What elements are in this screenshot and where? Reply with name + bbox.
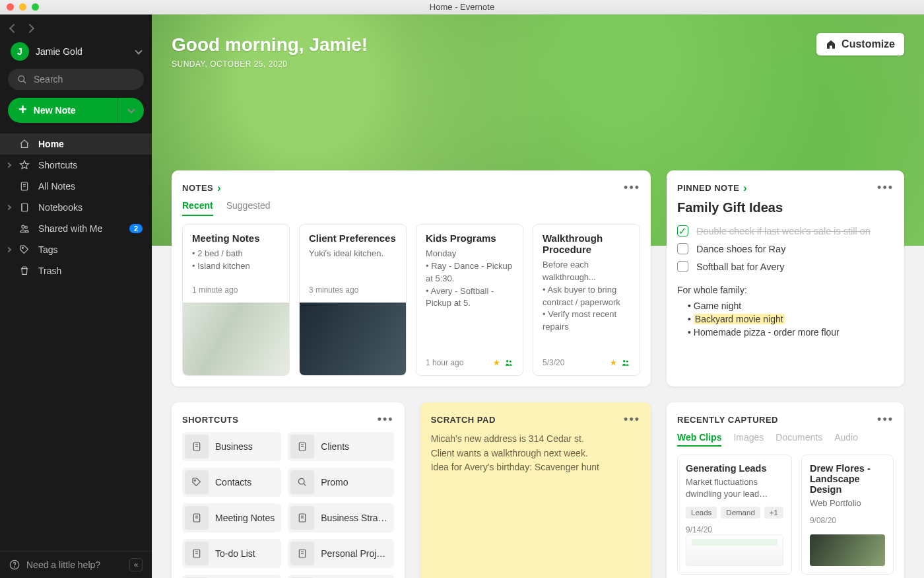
new-note-dropdown[interactable]	[117, 98, 144, 123]
note-icon	[185, 506, 209, 530]
sidebar-item-label: Notebooks	[38, 202, 82, 213]
sidebar-item-label: Tags	[38, 244, 58, 255]
new-note-label: New Note	[34, 105, 76, 116]
shortcut-item[interactable]: Business Stra…	[288, 503, 393, 532]
tag-chip[interactable]: Leads	[686, 507, 717, 519]
checkbox[interactable]	[677, 243, 688, 254]
shortcut-item[interactable]: Maui	[182, 575, 281, 578]
shortcut-item[interactable]: Leads	[288, 575, 393, 578]
note-icon	[18, 181, 30, 192]
sidebar-badge: 2	[129, 224, 143, 233]
shortcut-item[interactable]: Business	[182, 432, 281, 461]
note-card[interactable]: Client Preferences Yuki's ideal kitchen.…	[299, 224, 407, 376]
recent-card-thumbnail	[810, 534, 885, 566]
minimize-window-button[interactable]	[19, 3, 26, 11]
recent-tab-web-clips[interactable]: Web Clips	[677, 432, 721, 447]
pinned-list-item: • Game night	[688, 299, 894, 312]
recent-card-date: 9/08/20	[810, 516, 885, 525]
sidebar-item-trash[interactable]: Trash	[0, 260, 152, 281]
recent-card[interactable]: Generating Leads Market fluctuations dwi…	[677, 454, 792, 575]
scratch-pad-widget[interactable]: SCRATCH PAD ••• Micah's new address is 3…	[420, 402, 651, 578]
recent-tab-documents[interactable]: Documents	[776, 432, 822, 447]
checklist-item[interactable]: Softball bat for Avery	[677, 258, 894, 275]
sidebar-item-label: Shortcuts	[38, 160, 77, 170]
recent-card-thumbnail	[686, 534, 783, 566]
account-menu[interactable]: J Jamie Gold	[8, 40, 144, 69]
checkbox[interactable]	[677, 261, 688, 272]
maximize-window-button[interactable]	[32, 3, 39, 11]
sidebar-item-notebooks[interactable]: Notebooks	[0, 197, 152, 218]
recent-tab-audio[interactable]: Audio	[834, 432, 858, 447]
window-title: Home - Evernote	[0, 2, 924, 12]
sidebar-item-shared[interactable]: Shared with Me2	[0, 218, 152, 239]
shortcut-item[interactable]: Meeting Notes	[182, 503, 281, 532]
customize-button[interactable]: Customize	[816, 33, 904, 55]
recent-card[interactable]: Drew Flores - Landscape Design Web Portf…	[801, 454, 894, 575]
search-input[interactable]: Search	[8, 69, 144, 90]
shortcut-label: Business	[215, 441, 257, 452]
sidebar-item-label: Shared with Me	[38, 223, 102, 234]
scratch-pad-more[interactable]: •••	[624, 413, 640, 427]
recent-tab-images[interactable]: Images	[733, 432, 764, 447]
sidebar-item-home[interactable]: Home	[0, 133, 152, 155]
shortcut-label: To-do List	[215, 548, 259, 559]
scratch-pad-title: SCRATCH PAD	[431, 415, 496, 425]
shortcut-item[interactable]: Contacts	[182, 468, 281, 497]
notes-widget-title[interactable]: NOTES	[182, 183, 213, 193]
checklist-item-label: Double check if last week's sale is stil…	[696, 226, 871, 236]
checklist-item-label: Dance shoes for Ray	[696, 244, 785, 254]
main-content: Good morning, Jamie! SUNDAY, OCTOBER 25,…	[152, 15, 924, 578]
sidebar-item-shortcuts[interactable]: Shortcuts	[0, 155, 152, 176]
nav-back-button[interactable]	[9, 24, 18, 33]
notes-tab-suggested[interactable]: Suggested	[226, 200, 271, 216]
shortcut-item[interactable]: Personal Proj…	[288, 539, 393, 568]
note-card[interactable]: Walkthrough Procedure Before each walkth…	[533, 224, 640, 376]
shortcut-item[interactable]: Promo	[288, 468, 393, 497]
sidebar-item-tags[interactable]: Tags	[0, 239, 152, 260]
scratch-pad-text[interactable]: Micah's new address is 314 Cedar st. Cli…	[431, 432, 640, 475]
shortcut-label: Meeting Notes	[215, 513, 279, 523]
new-note-button[interactable]: + New Note	[8, 98, 144, 123]
tag-more[interactable]: +1	[764, 507, 783, 519]
plus-icon: +	[8, 101, 34, 120]
pinned-widget-title[interactable]: PINNED NOTE	[677, 183, 739, 193]
recently-captured-widget: RECENTLY CAPTURED ••• Web ClipsImagesDoc…	[667, 402, 904, 578]
home-icon	[18, 139, 30, 149]
svg-point-9	[22, 247, 23, 248]
shortcut-label: Business Stra…	[321, 513, 391, 523]
avatar: J	[11, 42, 29, 61]
note-card-title: Meeting Notes	[192, 233, 280, 244]
checklist-item[interactable]: Dance shoes for Ray	[677, 240, 894, 258]
notes-widget-more[interactable]: •••	[624, 181, 640, 195]
pinned-subhead: For whole family:	[677, 285, 894, 295]
expand-caret-icon	[6, 247, 11, 252]
collapse-sidebar-button[interactable]: «	[129, 558, 143, 571]
note-card[interactable]: Kids Programs Monday• Ray - Dance - Pick…	[416, 224, 523, 376]
sidebar-item-allnotes[interactable]: All Notes	[0, 176, 152, 197]
shortcuts-widget-more[interactable]: •••	[378, 413, 394, 427]
checklist-item[interactable]: ✓ Double check if last week's sale is st…	[677, 222, 894, 240]
notes-tab-recent[interactable]: Recent	[182, 200, 213, 216]
recently-captured-more[interactable]: •••	[877, 413, 894, 427]
help-link[interactable]: Need a little help?	[26, 560, 100, 570]
pinned-note-title[interactable]: Family Gift Ideas	[677, 200, 894, 215]
shortcut-item[interactable]: To-do List	[182, 539, 281, 568]
svg-point-7	[22, 225, 24, 228]
shortcut-item[interactable]: Clients	[288, 432, 393, 461]
customize-home-icon	[826, 39, 836, 50]
checkbox[interactable]: ✓	[677, 225, 688, 236]
star-icon	[18, 160, 30, 170]
note-card[interactable]: Meeting Notes • 2 bed / bath• Island kit…	[182, 224, 290, 376]
shortcut-label: Contacts	[215, 477, 255, 488]
recent-card-subtitle: Web Portfolio	[810, 497, 885, 509]
date: SUNDAY, OCTOBER 25, 2020	[172, 59, 904, 69]
note-icon	[290, 542, 314, 565]
nav-forward-button[interactable]	[25, 24, 34, 33]
tag-chip[interactable]: Demand	[721, 507, 760, 519]
sidebar-item-label: All Notes	[38, 181, 75, 192]
pinned-widget-more[interactable]: •••	[877, 181, 894, 195]
sidebar-item-label: Home	[38, 139, 64, 149]
note-card-thumbnail	[183, 303, 289, 375]
note-card-title: Walkthrough Procedure	[543, 233, 630, 255]
close-window-button[interactable]	[7, 3, 14, 11]
